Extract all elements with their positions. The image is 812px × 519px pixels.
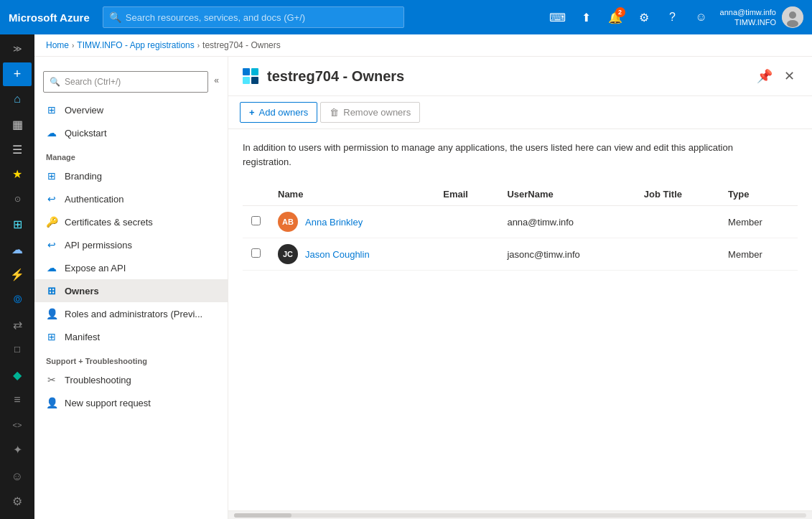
sidebar-item-overview-label: Overview — [65, 105, 103, 116]
app-layout: ≫ + ⌂ ▦ ☰ ★ ⊙ ⊞ ☁ ⚡ Ⓞ ⇄ ☐ ◆ ≡ <> ✦ ☺ ⚙ H… — [0, 34, 812, 519]
rail-dashboard-button[interactable]: ▦ — [3, 113, 32, 136]
rail-home-button[interactable]: ⌂ — [3, 88, 32, 111]
rail-monitor-button[interactable]: ☐ — [3, 338, 32, 362]
col-job-title: Job Title — [635, 183, 719, 206]
row-checkbox-1[interactable] — [251, 248, 261, 258]
rail-outlook-button[interactable]: Ⓞ — [3, 288, 32, 312]
close-button[interactable]: ✕ — [781, 65, 798, 87]
help-button[interactable]: ? — [660, 4, 686, 30]
rail-expand-button[interactable]: ≫ — [3, 37, 32, 61]
col-username: UserName — [498, 183, 635, 206]
search-icon: 🔍 — [109, 11, 121, 23]
page-header-actions: 📌 ✕ — [754, 65, 798, 87]
toolbar: + Add owners 🗑 Remove owners — [228, 96, 812, 129]
rail-diamond-button[interactable]: ◆ — [3, 363, 32, 387]
svg-point-1 — [789, 11, 796, 19]
topbar-icons: ⌨ ⬆ 🔔 2 ⚙ ? ☺ anna@timw.info TIMW.INFO — [545, 4, 803, 30]
sidebar-item-troubleshooting-label: Troubleshooting — [65, 375, 131, 385]
row-checkbox-0[interactable] — [251, 216, 261, 225]
row-job-title-1 — [635, 238, 719, 271]
manage-section-label: Manage — [34, 144, 228, 164]
quickstart-icon: ☁ — [46, 127, 57, 139]
rail-create-button[interactable]: + — [3, 62, 32, 86]
rail-grid-button[interactable]: ⊞ — [3, 212, 32, 236]
sidebar-item-certificates-label: Certificates & secrets — [65, 217, 153, 228]
search-bar[interactable]: 🔍 — [103, 6, 404, 28]
rail-puzzle-button[interactable]: ✦ — [3, 438, 32, 462]
scrollbar-track — [234, 513, 806, 518]
row-email-1 — [434, 238, 498, 271]
sidebar-item-api-permissions[interactable]: ↩ API permissions — [34, 233, 228, 256]
add-icon: + — [249, 107, 255, 118]
sidebar-item-owners[interactable]: ⊞ Owners — [34, 279, 228, 302]
rail-code-button[interactable]: <> — [3, 413, 32, 436]
sidebar-item-branding-label: Branding — [65, 171, 102, 182]
page-title: testreg704 - Owners — [267, 68, 745, 85]
cloud-shell-button[interactable]: ⌨ — [545, 4, 571, 30]
sidebar-item-authentication[interactable]: ↩ Authentication — [34, 187, 228, 210]
row-user-link-0[interactable]: Anna Brinkley — [305, 217, 363, 228]
col-type: Type — [719, 183, 798, 206]
row-username-1: jasonc@timw.info — [498, 238, 635, 271]
breadcrumb-sep-1: › — [72, 42, 74, 50]
sidebar-item-manifest[interactable]: ⊞ Manifest — [34, 325, 228, 348]
svg-point-2 — [787, 20, 798, 27]
sidebar-item-branding[interactable]: ⊞ Branding — [34, 164, 228, 187]
row-checkbox-cell-0 — [243, 206, 269, 238]
sidebar-item-new-support[interactable]: 👤 New support request — [34, 391, 228, 414]
sidebar-item-certificates[interactable]: 🔑 Certificates & secrets — [34, 210, 228, 233]
row-user-link-1[interactable]: Jason Coughlin — [305, 249, 370, 260]
owners-icon: ⊞ — [46, 285, 57, 296]
row-avatar-0: AB — [278, 212, 298, 232]
scrollbar-thumb[interactable] — [234, 513, 291, 518]
sidebar-item-roles[interactable]: 👤 Roles and administrators (Previ... — [34, 302, 228, 325]
rail-all-services-button[interactable]: ☰ — [3, 138, 32, 162]
rail-settings-button[interactable]: ⚙ — [3, 490, 32, 513]
remove-owners-button[interactable]: 🗑 Remove owners — [320, 102, 420, 123]
feedback-button[interactable]: ⬆ — [574, 4, 599, 30]
settings-button[interactable]: ⚙ — [631, 4, 657, 30]
collapse-button[interactable]: « — [214, 75, 219, 85]
smiley-button[interactable]: ☺ — [689, 4, 714, 30]
manifest-icon: ⊞ — [46, 331, 57, 342]
sidebar-item-quickstart[interactable]: ☁ Quickstart — [34, 121, 228, 144]
user-email: anna@timw.info — [720, 7, 776, 17]
sidebar-item-overview[interactable]: ⊞ Overview — [34, 98, 228, 121]
rail-favorites-button[interactable]: ★ — [3, 162, 32, 186]
panel-layout: 🔍 « ⊞ Overview ☁ Quickstart Manage ⊞ Bra — [34, 57, 812, 519]
main-content: Home › TIMW.INFO - App registrations › t… — [34, 34, 812, 519]
rail-recent-button[interactable]: ⊙ — [3, 187, 32, 211]
avatar — [782, 6, 803, 28]
row-checkbox-cell-1 — [243, 238, 269, 271]
sidebar-item-expose-api-label: Expose an API — [65, 263, 126, 273]
select-all-cell — [243, 183, 269, 206]
horizontal-scrollbar[interactable] — [228, 510, 812, 519]
rail-lightning-button[interactable]: ⚡ — [3, 263, 32, 286]
notifications-button[interactable]: 🔔 2 — [602, 4, 628, 30]
breadcrumb: Home › TIMW.INFO - App registrations › t… — [34, 34, 812, 57]
expose-api-icon: ☁ — [46, 262, 57, 273]
sidebar-header: 🔍 « — [34, 57, 228, 98]
remove-owners-label: Remove owners — [343, 107, 411, 118]
rail-lines-button[interactable]: ≡ — [3, 388, 32, 411]
row-email-0 — [434, 206, 498, 238]
search-input[interactable] — [126, 12, 398, 23]
add-owners-button[interactable]: + Add owners — [240, 102, 317, 123]
sidebar-item-expose-api[interactable]: ☁ Expose an API — [34, 256, 228, 279]
rail-feedback-button[interactable]: ☺ — [3, 464, 32, 488]
user-info: anna@timw.info TIMW.INFO — [720, 7, 776, 28]
user-menu[interactable]: anna@timw.info TIMW.INFO — [720, 6, 803, 28]
sidebar-search-icon: 🔍 — [50, 77, 60, 87]
breadcrumb-app-registrations[interactable]: TIMW.INFO - App registrations — [77, 40, 194, 50]
rail-sync-button[interactable]: ⇄ — [3, 313, 32, 337]
breadcrumb-home[interactable]: Home — [46, 40, 69, 50]
new-support-icon: 👤 — [46, 397, 57, 408]
pin-button[interactable]: 📌 — [754, 65, 775, 87]
sidebar-search-input[interactable] — [65, 77, 202, 87]
sidebar-item-troubleshooting[interactable]: ✂ Troubleshooting — [34, 368, 228, 391]
authentication-icon: ↩ — [46, 193, 57, 205]
sidebar-search-container[interactable]: 🔍 — [43, 71, 208, 93]
table-row: AB Anna Brinkley anna@timw.info Member — [243, 206, 798, 238]
overview-icon: ⊞ — [46, 104, 57, 116]
rail-cloud-button[interactable]: ☁ — [3, 238, 32, 261]
